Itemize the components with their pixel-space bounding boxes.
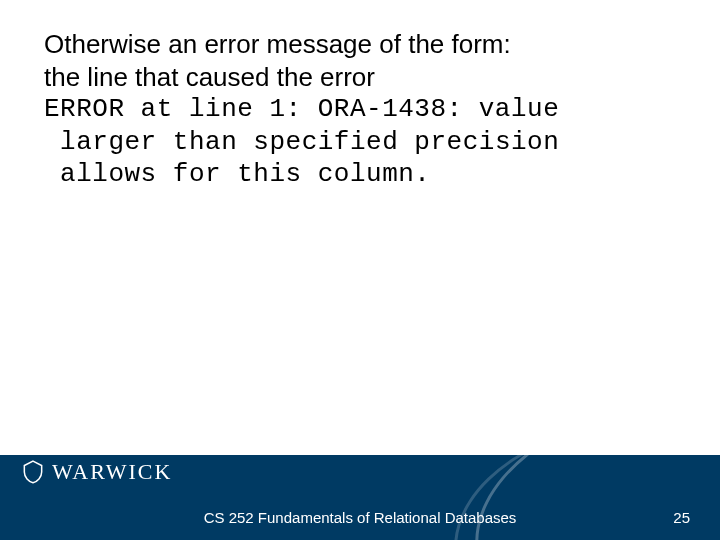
slide-body: Otherwise an error message of the form: … [44, 28, 676, 191]
course-title: CS 252 Fundamentals of Relational Databa… [0, 509, 720, 526]
logo-text: WARWICK [52, 459, 172, 485]
decorative-arc-2 [450, 455, 720, 540]
body-line-2: the line that caused the error [44, 61, 676, 94]
university-logo: WARWICK [20, 459, 172, 485]
slide-footer: WARWICK CS 252 Fundamentals of Relationa… [0, 455, 720, 540]
error-code-block: ERROR at line 1: ORA-1438: value larger … [44, 93, 676, 191]
body-line-1: Otherwise an error message of the form: [44, 28, 676, 61]
page-number: 25 [673, 509, 690, 526]
crest-icon [20, 459, 46, 485]
